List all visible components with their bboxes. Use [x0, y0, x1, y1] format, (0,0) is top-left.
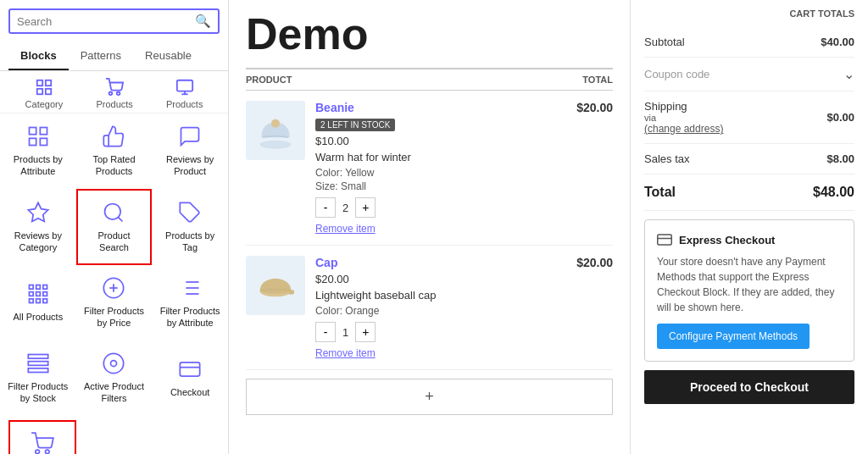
svg-point-42	[260, 288, 292, 294]
block-checkout[interactable]: Checkout	[152, 340, 228, 416]
total-col-header: TOTAL	[582, 75, 613, 85]
category-item-category[interactable]: Category	[25, 78, 64, 109]
cap-line-total: $20.00	[576, 256, 613, 269]
total-label: Total	[644, 185, 676, 200]
cart-totals-panel: CART TOTALS Subtotal $40.00 Coupon code …	[631, 0, 868, 454]
cap-color: Color: Orange	[315, 305, 566, 317]
shipping-row: Shipping via (change address) $0.00	[644, 91, 854, 144]
top-rated-icon	[102, 125, 125, 148]
checkout-icon	[178, 357, 202, 381]
block-active-product-filters[interactable]: Active Product Filters	[76, 340, 153, 416]
svg-point-36	[111, 360, 117, 366]
change-address-link[interactable]: (change address)	[644, 123, 723, 135]
coupon-row[interactable]: Coupon code ⌄	[644, 58, 854, 91]
svg-rect-4	[177, 80, 192, 91]
cap-qty-control: - 1 +	[315, 322, 566, 342]
block-top-rated-products[interactable]: Top Rated Products	[76, 114, 153, 189]
category-label: Category	[25, 99, 64, 109]
block-reviews-by-product[interactable]: Reviews by Product	[152, 114, 228, 189]
beanie-name: Beanie	[315, 101, 566, 114]
block-label: Filter Products by Price	[82, 305, 147, 329]
products-icon-1	[105, 78, 124, 97]
shipping-info: Shipping via (change address)	[644, 100, 723, 135]
block-reviews-by-category[interactable]: Reviews by Category	[0, 189, 76, 266]
cart-totals-title: CART TOTALS	[644, 8, 854, 19]
svg-rect-23	[43, 299, 47, 303]
search-icon: 🔍	[195, 14, 211, 28]
block-products-by-tag[interactable]: Products by Tag	[152, 189, 228, 266]
express-checkout-header: Express Checkout	[657, 232, 842, 247]
category-item-products2[interactable]: Products	[166, 78, 203, 109]
search-input[interactable]	[17, 15, 195, 28]
block-filter-by-attribute[interactable]: Filter Products by Attribute	[152, 265, 228, 340]
svg-point-12	[105, 203, 121, 219]
cart-content: Demo PRODUCT TOTAL Beanie 2 LEFT IN STOC…	[229, 0, 631, 454]
block-label: Reviews by Product	[158, 153, 222, 178]
block-filter-by-stock[interactable]: Filter Products by Stock	[0, 340, 76, 416]
svg-rect-35	[28, 368, 47, 373]
filter-attr-icon	[178, 276, 202, 300]
tab-blocks[interactable]: Blocks	[8, 42, 69, 70]
beanie-remove-link[interactable]: Remove item	[315, 223, 566, 235]
products-icon-2	[175, 78, 194, 97]
tabs-row: Blocks Patterns Reusable	[0, 42, 228, 71]
shipping-label: Shipping	[644, 100, 723, 113]
block-products-by-attribute[interactable]: Products by Attribute	[0, 114, 76, 189]
tab-patterns[interactable]: Patterns	[69, 42, 133, 70]
tab-reusable[interactable]: Reusable	[133, 42, 203, 70]
svg-rect-19	[36, 292, 40, 296]
svg-rect-43	[658, 235, 672, 245]
express-checkout-desc: Your store doesn't have any Payment Meth…	[657, 254, 842, 315]
block-label: Product Search	[83, 230, 146, 254]
svg-point-40	[271, 119, 280, 128]
svg-rect-10	[40, 138, 47, 145]
svg-line-13	[119, 217, 123, 221]
cap-qty-plus[interactable]: +	[355, 322, 376, 342]
total-row: Total $48.00	[644, 174, 854, 211]
blocks-grid: Products by Attribute Top Rated Products…	[0, 114, 228, 415]
svg-rect-3	[46, 89, 51, 94]
proceed-to-checkout-button[interactable]: Proceed to Checkout	[644, 370, 854, 404]
cart-table-header: PRODUCT TOTAL	[246, 68, 613, 91]
reviews-category-icon	[26, 201, 50, 224]
cap-qty-minus[interactable]: -	[315, 322, 336, 342]
beanie-qty-value: 2	[342, 202, 348, 214]
search-bar: 🔍	[8, 8, 220, 34]
beanie-line-total: $20.00	[576, 101, 613, 114]
sales-tax-value: $8.00	[826, 152, 854, 165]
configure-payment-button[interactable]: Configure Payment Methods	[657, 324, 810, 349]
cap-desc: Lightweight baseball cap	[315, 289, 566, 302]
svg-marker-11	[28, 202, 47, 221]
block-filter-by-price[interactable]: Filter Products by Price	[76, 265, 153, 340]
coupon-label: Coupon code	[644, 68, 709, 80]
beanie-qty-plus[interactable]: +	[355, 197, 376, 218]
add-block-button[interactable]: +	[246, 379, 613, 415]
block-label: Top Rated Products	[82, 153, 147, 178]
category-item-products1[interactable]: Products	[96, 78, 132, 109]
credit-card-icon	[657, 232, 672, 247]
block-cart[interactable]: Cart	[8, 420, 76, 454]
cap-name: Cap	[315, 256, 566, 269]
svg-rect-7	[29, 128, 36, 135]
subtotal-label: Subtotal	[644, 36, 685, 48]
svg-rect-20	[43, 292, 47, 296]
svg-rect-2	[37, 89, 42, 94]
svg-rect-8	[40, 128, 47, 135]
beanie-qty-minus[interactable]: -	[315, 197, 336, 218]
svg-rect-17	[43, 285, 47, 290]
block-all-products[interactable]: All Products	[0, 265, 76, 340]
cap-qty-value: 1	[342, 326, 348, 339]
beanie-color: Color: Yellow	[315, 167, 566, 179]
beanie-price: $10.00	[315, 135, 566, 147]
beanie-size: Size: Small	[315, 180, 566, 192]
search-button[interactable]: 🔍	[195, 14, 211, 29]
svg-point-39	[260, 141, 292, 149]
category-row: Category Products Products	[0, 71, 228, 114]
sales-tax-label: Sales tax	[644, 152, 689, 165]
beanie-svg	[254, 109, 297, 152]
block-product-search[interactable]: Product Search	[76, 189, 153, 266]
beanie-desc: Warm hat for winter	[315, 151, 566, 163]
products-by-attribute-icon	[26, 125, 50, 148]
left-panel: 🔍 Blocks Patterns Reusable Category Prod…	[0, 0, 229, 454]
cap-remove-link[interactable]: Remove item	[315, 347, 566, 359]
